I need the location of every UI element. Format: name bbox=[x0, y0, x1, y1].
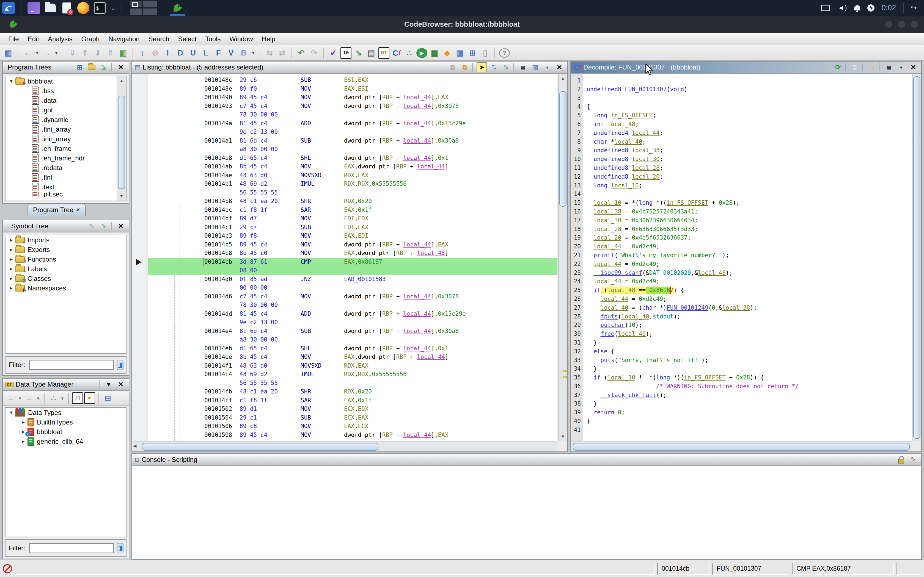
workspace-pager[interactable] bbox=[130, 0, 157, 15]
refresh-icon[interactable]: ⟳ bbox=[833, 62, 843, 72]
memory-map-icon[interactable]: ▥ bbox=[118, 47, 129, 59]
ghidra-taskbar-icon[interactable] bbox=[171, 2, 184, 14]
data-d-button[interactable]: D bbox=[175, 47, 186, 59]
program-tree[interactable]: ▼➤bbbbloat.bss.data.got.dynamic.fini_arr… bbox=[5, 76, 126, 201]
decompile-line[interactable]: 13 long local_10; bbox=[570, 181, 912, 190]
decompile-line[interactable]: 16 local_38 = 0x4c75257240343a41; bbox=[570, 208, 912, 216]
listing-row[interactable]: 001014ee8b 45 c4MOVEAX,dword ptr [RBP + … bbox=[148, 353, 557, 362]
listing-row[interactable]: 001014cb3d 87 61CMPEAX,0x86187 bbox=[148, 258, 557, 266]
byte-b-button[interactable]: B bbox=[238, 47, 249, 59]
listing-row[interactable]: 0010148c29 c6SUBESI,EAX bbox=[148, 76, 557, 85]
dtm-back-caret-icon[interactable]: ▾ bbox=[18, 392, 23, 404]
listing-row[interactable]: 001014d00f 85 adJNZLAB_00101583 bbox=[148, 275, 557, 284]
symbol-tree-item-exports[interactable]: ►Exports bbox=[5, 245, 126, 255]
listing-row[interactable]: 56 55 55 55 bbox=[148, 379, 557, 388]
filter-pointers-icon[interactable]: ☛ bbox=[84, 392, 95, 404]
filter-arrays-icon[interactable]: [] bbox=[72, 392, 83, 404]
snapshot-icon[interactable]: ◙ bbox=[884, 62, 894, 72]
data-type-manager-icon[interactable]: DT bbox=[378, 47, 389, 59]
close-icon[interactable]: ✕ bbox=[554, 62, 565, 72]
status-indicator-icon[interactable] bbox=[3, 564, 12, 574]
function-f-button[interactable]: F bbox=[213, 47, 224, 59]
window-titlebar[interactable]: CodeBrowser: bbbbloat:/bbbbloat bbox=[0, 16, 924, 33]
variable-v-button[interactable]: V bbox=[226, 47, 236, 59]
table-chooser-icon[interactable]: ⊞ bbox=[467, 47, 478, 59]
power-manager-icon[interactable]: ϟ bbox=[867, 5, 874, 11]
decompile-line[interactable]: 15 local_10 = *(long *)(in_FS_OFFSET + 0… bbox=[570, 199, 912, 208]
decompile-line[interactable]: 7 undefined4 local_44; bbox=[570, 129, 912, 138]
symbol-tree-item-imports[interactable]: ►▲Imports bbox=[5, 235, 126, 245]
listing-row[interactable]: 00 00 00 bbox=[148, 284, 557, 292]
console-header[interactable]: ⊟ Console - Scripting ✎ bbox=[132, 454, 921, 466]
decompile-line[interactable]: 10 undefined8 local_30; bbox=[570, 155, 912, 164]
app-window-icon[interactable] bbox=[27, 2, 40, 14]
decompile-line[interactable]: 37 __stack_chk_fail(); bbox=[570, 391, 912, 400]
scrollbar-thumb[interactable] bbox=[913, 76, 921, 439]
tree-item-text[interactable]: .text bbox=[5, 182, 126, 192]
expander-icon[interactable]: ► bbox=[7, 247, 15, 252]
symbol-tree-header[interactable]: ∴ Symbol Tree ✎ ⇲ ✕ bbox=[3, 220, 129, 232]
listing-row[interactable]: 0010148e89 f0MOVEAX,ESI bbox=[148, 85, 557, 93]
workspace-2[interactable] bbox=[143, 0, 157, 7]
diff-view-icon[interactable]: ⇅ bbox=[489, 62, 499, 72]
toggle-margin-icon[interactable]: ▥ bbox=[530, 62, 540, 72]
menu-graph[interactable]: Graph bbox=[77, 35, 104, 43]
decompile-line[interactable]: 32 else { bbox=[570, 347, 912, 356]
minimize-button[interactable] bbox=[885, 21, 892, 28]
menu-search[interactable]: Search bbox=[144, 35, 174, 43]
table-icon[interactable]: ▦ bbox=[454, 47, 465, 59]
decompile-vscrollbar[interactable] bbox=[912, 74, 921, 441]
kali-menu-icon[interactable] bbox=[2, 2, 15, 14]
out-function-icon[interactable]: ⇓ bbox=[67, 47, 78, 59]
listing-row[interactable]: 001014c88b 45 c0MOVEAX,dword ptr [RBP + … bbox=[148, 249, 557, 258]
decompile-line[interactable]: 35 if (local_10 != *(long *)(in_FS_OFFSE… bbox=[570, 373, 912, 382]
undo-icon[interactable]: ↶ bbox=[296, 47, 307, 59]
logout-icon[interactable]: ↪ bbox=[911, 3, 917, 12]
decompile-line[interactable]: 4{ bbox=[570, 103, 912, 111]
decompile-line[interactable]: 27 local_40 = (char *)FUN_00101249(0,&lo… bbox=[570, 304, 912, 313]
listing-row[interactable]: 001014ebd1 65 c4SHLdword ptr [RBP + loca… bbox=[148, 344, 557, 353]
tree-item-data[interactable]: .data bbox=[5, 96, 126, 105]
listing-row[interactable]: 9e c2 13 00 bbox=[148, 318, 557, 327]
listing-row[interactable]: 001014bcc1 f8 1fSAREAX,0x1f bbox=[148, 206, 557, 214]
listing-vscrollbar[interactable]: ▲ ▼ bbox=[558, 74, 567, 441]
decompile-line[interactable]: 25 if (local_48 == 0x86187) { bbox=[570, 286, 912, 295]
decompile-line[interactable]: 21 printf("What\'s my favorite number? "… bbox=[570, 251, 912, 260]
decompile-line[interactable]: 41 bbox=[570, 426, 912, 435]
filmstrip-icon[interactable]: ▤ bbox=[366, 47, 377, 59]
menu-analysis[interactable]: Analysis bbox=[44, 35, 77, 43]
decompile-line[interactable]: 1 bbox=[570, 76, 912, 85]
out-module-icon[interactable]: ⇓ bbox=[92, 47, 103, 59]
symbol-tree-item-functions[interactable]: ►fFunctions bbox=[5, 255, 126, 264]
paste-icon[interactable]: ⧉ bbox=[460, 62, 470, 72]
snapshot-icon[interactable]: ◙ bbox=[518, 62, 528, 72]
tree-item-got[interactable]: .got bbox=[5, 105, 126, 115]
listing-row[interactable]: 001014f448 69 d2IMULRDX,RDX,0x55555556 bbox=[148, 370, 557, 379]
expander-icon[interactable]: ▼ bbox=[7, 79, 15, 84]
dropdown-icon[interactable]: ▾ bbox=[103, 379, 114, 389]
validate-icon[interactable]: ✔ bbox=[328, 47, 339, 59]
dtm-item-data-types[interactable]: ▼Data Types bbox=[5, 408, 126, 417]
clear-cache-icon[interactable]: ▯ bbox=[480, 47, 491, 59]
listing-row[interactable]: 0010149089 45 c4MOVdword ptr [RBP + loca… bbox=[148, 93, 557, 102]
dtm-item-generic_clib_64[interactable]: ►generic_clib_64 bbox=[5, 437, 126, 446]
firefox-icon[interactable] bbox=[77, 2, 90, 14]
back-caret-icon[interactable]: ▾ bbox=[35, 47, 40, 59]
diamond-icon[interactable]: ◆ bbox=[442, 47, 453, 59]
tree-item-bss[interactable]: .bss bbox=[5, 86, 126, 96]
scrollbar-thumb[interactable] bbox=[573, 443, 910, 451]
listing-row[interactable]: 001014bf89 d7MOVEDI,EDX bbox=[148, 214, 557, 223]
edit-function-icon[interactable]: ✎ bbox=[867, 62, 877, 72]
edit-listing-icon[interactable]: ✎ bbox=[501, 62, 511, 72]
text-editor-icon[interactable] bbox=[60, 2, 73, 14]
listing-header[interactable]: ▤ Listing: bbbbloat - (5 addresses selec… bbox=[132, 61, 567, 74]
script-icon[interactable]: ⇘ bbox=[353, 47, 364, 59]
decompile-line[interactable]: 11 undefined8 local_28; bbox=[570, 164, 912, 172]
close-icon[interactable]: ✕ bbox=[908, 62, 919, 72]
dtm-back-icon[interactable]: ← bbox=[5, 392, 16, 404]
scroll-lock-icon[interactable] bbox=[896, 455, 906, 465]
tree-item-pltsec[interactable]: .plt.sec bbox=[5, 192, 126, 197]
menu-help[interactable]: Help bbox=[257, 35, 279, 43]
listing-row[interactable]: 0010150889 45 c4MOVdword ptr [RBP + loca… bbox=[148, 431, 557, 440]
display-icon[interactable] bbox=[821, 5, 830, 11]
